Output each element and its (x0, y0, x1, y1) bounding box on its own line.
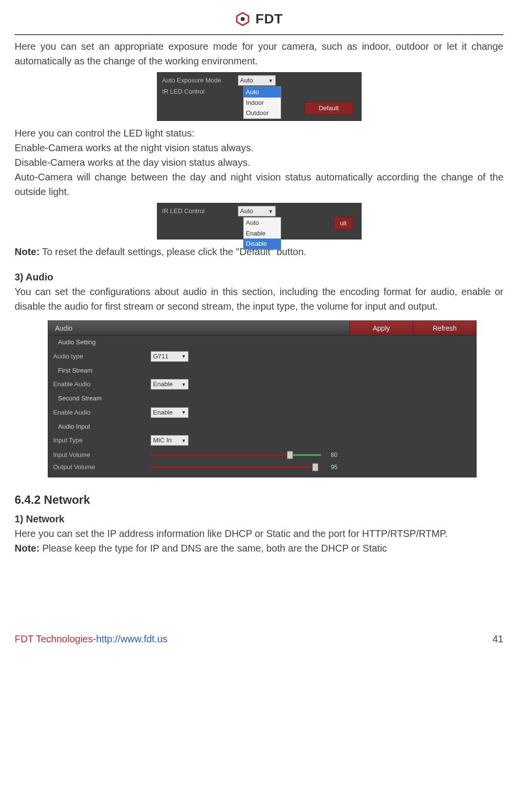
chevron-down-icon: ▼ (181, 353, 186, 360)
network-desc: Here you can set the IP address informat… (15, 526, 503, 541)
default-button[interactable]: Default (305, 102, 353, 115)
slider-thumb-icon[interactable] (312, 463, 318, 471)
output-volume-label: Output Volume (53, 462, 151, 472)
input-type-value: MIC In (153, 436, 172, 445)
header-divider (15, 34, 503, 35)
auto-exposure-mode-label: Auto Exposure Mode (157, 76, 238, 85)
network-note: Note: Please keep the type for IP and DN… (15, 541, 503, 555)
ir-led-control-label: IR LED Control (157, 87, 238, 97)
ir-led-option-auto[interactable]: Auto (244, 218, 281, 228)
network-subheading: 1) Network (15, 512, 503, 526)
ir-led-control-value: Auto (240, 206, 253, 216)
chevron-down-icon: ▼ (269, 77, 273, 84)
svg-point-1 (241, 17, 245, 21)
brand-logo-icon (235, 12, 250, 26)
page-number: 41 (493, 632, 503, 646)
enable-audio-second-label: Enable Audio (53, 408, 151, 417)
audio-desc: You can set the configurations about aud… (15, 284, 503, 314)
footer-company: FDT Technologies- (15, 634, 96, 644)
first-stream-subhead: First Stream (48, 364, 476, 377)
led-disable-desc: Disable-Camera works at the day vision s… (15, 155, 503, 170)
led-enable-desc: Enable-Camera works at the night vision … (15, 140, 503, 155)
led-auto-desc: Auto-Camera will change between the day … (15, 170, 503, 199)
footer-left: FDT Technologies-http://www.fdt.us (15, 632, 168, 646)
page-footer: FDT Technologies-http://www.fdt.us 41 (15, 632, 503, 646)
ir-led-option-enable[interactable]: Enable (244, 228, 281, 239)
note-label: Note: (15, 246, 39, 257)
enable-audio-first-label: Enable Audio (53, 379, 151, 389)
chevron-down-icon: ▼ (181, 437, 186, 444)
ir-led-control-panel: IR LED Control Auto ▼ Auto Enable Disabl… (157, 203, 362, 239)
audio-type-label: Audio type (53, 352, 151, 361)
second-stream-subhead: Second Stream (48, 392, 476, 405)
auto-exposure-mode-select[interactable]: Auto ▼ (238, 75, 276, 86)
audio-input-subhead: Audio Input (48, 420, 476, 434)
audio-settings-panel: Audio Apply Refresh Audio Setting Audio … (48, 320, 477, 477)
ir-led-option-disable[interactable]: Disable (244, 238, 281, 249)
audio-heading: 3) Audio (15, 270, 503, 284)
enable-audio-second-value: Enable (153, 408, 173, 417)
exposure-dropdown-list[interactable]: Auto Indoor Outdoor (243, 86, 281, 119)
audio-setting-subhead: Audio Setting (48, 336, 476, 349)
footer-url[interactable]: http://www.fdt.us (96, 634, 168, 644)
ir-led-control-label-2: IR LED Control (157, 206, 238, 216)
exposure-intro-text: Here you can set an appropriate exposure… (15, 39, 503, 68)
enable-audio-first-value: Enable (153, 379, 173, 389)
input-volume-label: Input Volume (53, 450, 151, 460)
chevron-down-icon: ▼ (181, 409, 186, 416)
chevron-down-icon: ▼ (181, 381, 186, 388)
exposure-option-auto[interactable]: Auto (244, 87, 281, 98)
refresh-button[interactable]: Refresh (413, 321, 476, 335)
output-volume-slider[interactable] (151, 466, 321, 468)
ir-led-dropdown-list[interactable]: Auto Enable Disable (243, 217, 281, 250)
audio-panel-title: Audio (48, 321, 349, 335)
exposure-option-indoor[interactable]: Indoor (244, 98, 281, 108)
enable-audio-first-select[interactable]: Enable ▼ (151, 379, 189, 390)
chevron-down-icon: ▼ (269, 208, 273, 215)
default-button-partial[interactable]: ult (334, 217, 353, 230)
audio-type-select[interactable]: G711 ▼ (151, 351, 189, 362)
led-status-intro: Here you can control the LED light statu… (15, 126, 503, 140)
output-volume-value: 95 (331, 463, 337, 472)
network-note-label: Note: (15, 543, 39, 554)
ir-led-control-select[interactable]: Auto ▼ (238, 206, 276, 217)
exposure-mode-panel: Auto Exposure Mode Auto ▼ IR LED Control… (157, 72, 362, 121)
exposure-option-outdoor[interactable]: Outdoor (244, 108, 281, 119)
input-type-label: Input Type (53, 436, 151, 445)
audio-type-value: G711 (153, 352, 169, 361)
slider-thumb-icon[interactable] (287, 451, 293, 459)
input-type-select[interactable]: MIC In ▼ (151, 435, 189, 446)
input-volume-value: 80 (331, 451, 337, 459)
enable-audio-second-select[interactable]: Enable ▼ (151, 407, 189, 418)
input-volume-slider[interactable] (151, 454, 321, 456)
network-note-text: Please keep the type for IP and DNS are … (39, 543, 387, 554)
brand-name: FDT (255, 11, 283, 26)
auto-exposure-mode-value: Auto (240, 76, 253, 85)
apply-button[interactable]: Apply (349, 321, 413, 335)
page-header: FDT (15, 9, 503, 29)
network-section-heading: 6.4.2 Network (15, 491, 503, 509)
